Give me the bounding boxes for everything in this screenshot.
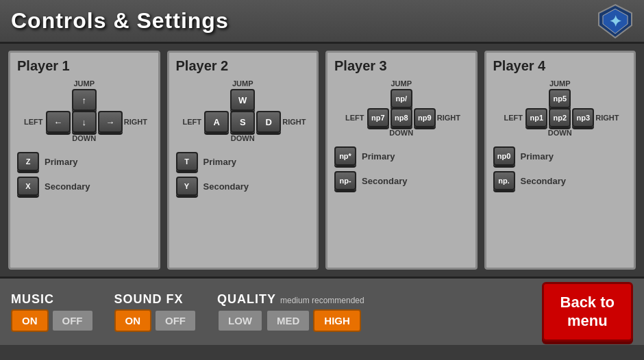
player2-right-label: RIGHT (282, 118, 304, 126)
player3-primary-label: Primary (362, 151, 395, 162)
player4-mid-row: LEFT np1 np2 np3 RIGHT (502, 108, 617, 127)
player2-up-row: W (207, 89, 278, 111)
player1-secondary-label: Secondary (45, 181, 90, 192)
player3-right-key[interactable]: np9 (414, 108, 436, 127)
player3-up-key[interactable]: np/ (391, 89, 412, 108)
player4-down-key[interactable]: np2 (549, 108, 571, 127)
player3-secondary-label: Secondary (362, 176, 407, 186)
player2-secondary-key[interactable]: Y (176, 177, 198, 196)
player4-secondary-label: Secondary (521, 176, 566, 186)
player3-label: Player 3 (334, 58, 469, 74)
back-line1: Back to (560, 294, 615, 311)
player1-up-key[interactable]: ↑ (72, 89, 97, 111)
svg-text:✦: ✦ (609, 13, 621, 30)
music-off-button[interactable]: OFF (51, 309, 94, 332)
player2-left-label: LEFT (181, 118, 203, 126)
player4-secondary-row: np. Secondary (493, 171, 628, 190)
back-to-menu-button[interactable]: Back to menu (542, 282, 633, 342)
player3-secondary-row: np- Secondary (334, 171, 469, 190)
player1-right-key[interactable]: → (98, 111, 123, 133)
player1-panel: Player 1 JUMP ↑ LEFT ← ↓ → RIGHT DOWN Z … (8, 51, 160, 270)
main-content: Player 1 JUMP ↑ LEFT ← ↓ → RIGHT DOWN Z … (0, 44, 644, 277)
player2-jump-label: JUMP (232, 79, 253, 88)
page-title: Controls & Settings (11, 8, 229, 34)
player2-primary-row: T Primary (176, 152, 310, 171)
player4-up-key[interactable]: np5 (549, 89, 571, 108)
player3-panel: Player 3 JUMP np/ LEFT np7 np8 np9 RIGHT… (325, 51, 478, 270)
quality-toggle-group: LOW MED HIGH (217, 309, 364, 332)
player1-jump-label: JUMP (73, 79, 95, 88)
player2-primary-key[interactable]: T (176, 152, 198, 171)
player4-left-key[interactable]: np1 (525, 108, 547, 127)
player3-down-label: DOWN (389, 129, 413, 137)
player4-primary-label: Primary (521, 151, 554, 162)
player1-down-key[interactable]: ↓ (72, 111, 97, 133)
player3-dpad: JUMP np/ LEFT np7 np8 np9 RIGHT DOWN (334, 79, 469, 137)
player3-jump-label: JUMP (391, 79, 412, 88)
player1-down-label: DOWN (72, 134, 96, 142)
player2-secondary-label: Secondary (203, 181, 249, 192)
footer: MUSIC ON OFF SOUND FX ON OFF QUALITY med… (0, 277, 644, 345)
player3-up-row: np/ (367, 89, 436, 108)
player3-left-key[interactable]: np7 (367, 108, 389, 127)
player2-secondary-row: Y Secondary (176, 177, 310, 196)
player2-left-key[interactable]: A (204, 111, 229, 133)
player4-jump-label: JUMP (549, 79, 571, 88)
player1-secondary-row: X Secondary (17, 177, 151, 196)
music-toggle-group: ON OFF (11, 309, 94, 332)
player1-right-label: RIGHT (124, 118, 146, 126)
player4-right-label: RIGHT (595, 114, 617, 122)
soundfx-off-button[interactable]: OFF (154, 309, 197, 332)
player1-primary-label: Primary (45, 157, 77, 167)
player1-label: Player 1 (17, 58, 151, 74)
player1-secondary-key[interactable]: X (17, 177, 39, 196)
player1-up-row: ↑ (49, 89, 120, 111)
soundfx-toggle-group: ON OFF (114, 309, 197, 332)
player4-up-row: np5 (525, 89, 594, 108)
player3-right-label: RIGHT (437, 114, 459, 122)
music-label: MUSIC (11, 292, 94, 307)
music-on-button[interactable]: ON (11, 309, 49, 332)
quality-label: QUALITY (217, 292, 276, 307)
player1-left-key[interactable]: ← (46, 111, 71, 133)
quality-section: QUALITY medium recommended LOW MED HIGH (217, 292, 364, 332)
quality-high-button[interactable]: HIGH (313, 309, 361, 332)
player1-dpad: JUMP ↑ LEFT ← ↓ → RIGHT DOWN (17, 79, 151, 142)
back-line2: menu (567, 312, 608, 329)
player4-label: Player 4 (493, 58, 628, 74)
player2-label: Player 2 (176, 58, 310, 74)
player3-primary-row: np* Primary (334, 146, 469, 166)
quality-med-button[interactable]: MED (266, 309, 310, 332)
player4-right-key[interactable]: np3 (572, 108, 594, 127)
player4-left-label: LEFT (502, 114, 524, 122)
soundfx-label: SOUND FX (114, 292, 197, 307)
player3-mid-row: LEFT np7 np8 np9 RIGHT (344, 108, 459, 127)
quality-low-button[interactable]: LOW (217, 309, 263, 332)
player2-right-key[interactable]: D (256, 111, 281, 133)
music-section: MUSIC ON OFF (11, 292, 94, 332)
player3-primary-key[interactable]: np* (334, 146, 356, 166)
player2-dpad: JUMP W LEFT A S D RIGHT DOWN (176, 79, 310, 142)
soundfx-section: SOUND FX ON OFF (114, 292, 197, 332)
player4-primary-row: np0 Primary (493, 146, 628, 166)
player4-dpad: JUMP np5 LEFT np1 np2 np3 RIGHT DOWN (493, 79, 628, 137)
player3-down-key[interactable]: np8 (391, 108, 412, 127)
player2-up-key[interactable]: W (230, 89, 255, 111)
player1-primary-row: Z Primary (17, 152, 151, 171)
soundfx-on-button[interactable]: ON (114, 309, 152, 332)
player2-down-key[interactable]: S (230, 111, 255, 133)
player4-down-label: DOWN (548, 129, 572, 137)
player2-mid-row: LEFT A S D RIGHT (181, 111, 304, 133)
player4-secondary-key[interactable]: np. (493, 171, 515, 190)
player1-primary-key[interactable]: Z (17, 152, 39, 171)
player3-left-label: LEFT (344, 114, 366, 122)
player4-primary-key[interactable]: np0 (493, 146, 515, 166)
quality-sub-label: medium recommended (280, 296, 364, 305)
player3-secondary-key[interactable]: np- (334, 171, 356, 190)
player1-left-label: LEFT (23, 118, 45, 126)
header: Controls & Settings ✦ (0, 0, 644, 44)
player2-down-label: DOWN (231, 134, 255, 142)
player2-panel: Player 2 JUMP W LEFT A S D RIGHT DOWN T … (167, 51, 319, 270)
shield-logo-icon: ✦ (597, 3, 633, 39)
player4-panel: Player 4 JUMP np5 LEFT np1 np2 np3 RIGHT… (484, 51, 636, 270)
